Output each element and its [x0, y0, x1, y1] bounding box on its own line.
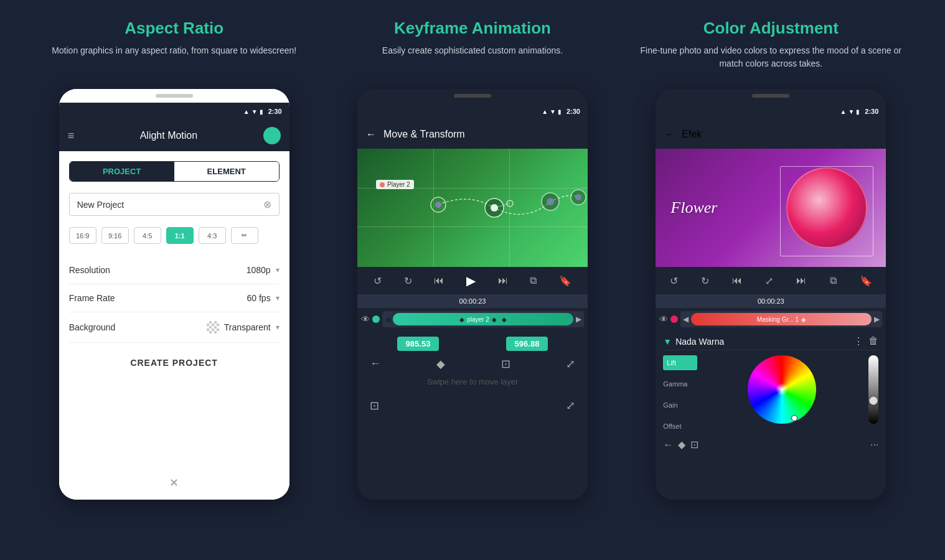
aspect-btn-custom[interactable]: ✏ [231, 227, 258, 244]
expand-icon[interactable]: ⤢ [566, 357, 575, 371]
wheel-handle[interactable] [791, 415, 797, 421]
brightness-slider[interactable] [868, 355, 878, 424]
background-value-group[interactable]: Transparent ▾ [207, 321, 280, 334]
create-project-button[interactable]: CREATE PROJECT [130, 358, 218, 368]
resize-icon-color[interactable]: ⊡ [690, 439, 698, 450]
transport-bar-2: ↺ ↻ ⏮ ▶ ⏭ ⧉ 🔖 [357, 267, 588, 294]
back-icon-3[interactable]: ← [664, 129, 674, 140]
status-icons-3: ▲ ▼ ▮ [840, 108, 860, 115]
track-area-3: 👁 ◀ Masking Gr... 1 ◆ ▶ [656, 308, 886, 330]
color-panel-actions: ⋮ 🗑 [853, 335, 878, 347]
more-icon-color[interactable]: ··· [870, 439, 878, 450]
section-desc-color: Fine-tune photo and video colors to expr… [628, 44, 914, 70]
track-pill-3[interactable]: Masking Gr... 1 ◆ [691, 313, 872, 325]
skip-end-icon-3[interactable]: ⏭ [796, 275, 806, 286]
aspect-btn-9-16[interactable]: 9:16 [101, 227, 129, 244]
copy-icon-2[interactable]: ⧉ [530, 275, 537, 286]
track-pill-2[interactable]: ◆ player 2 ◆ ◆ [393, 313, 573, 325]
offset-label[interactable]: Offset [663, 419, 697, 434]
tab-row-1: PROJECT ELEMENT [69, 161, 280, 182]
phone-screen-2: ▲ ▼ ▮ 2:30 ← Move & Transform [357, 103, 588, 500]
aspect-btn-4-3[interactable]: 4:3 [199, 227, 226, 244]
status-icons-1: ▲ ▼ ▮ [243, 108, 263, 115]
phone-frame-3: ▲ ▼ ▮ 2:30 ← Efek Flower ↺ ↻ ⏮ [656, 89, 886, 500]
tab-project[interactable]: PROJECT [70, 162, 174, 181]
slider-handle[interactable] [869, 396, 878, 405]
clear-button[interactable]: ⊗ [263, 198, 271, 210]
svg-point-1 [435, 202, 441, 208]
section-title-color: Color Adjustment [703, 19, 839, 38]
panel-expand-icon[interactable]: ▼ [663, 337, 672, 347]
avatar-1[interactable] [263, 127, 281, 144]
gain-label[interactable]: Gain [663, 398, 697, 413]
redo-icon-3[interactable]: ↻ [701, 275, 709, 287]
resolution-row: Resolution 1080p ▾ [69, 256, 280, 284]
transform-coords: 985.53 596.88 [364, 337, 581, 351]
gamma-label[interactable]: Gamma [663, 376, 697, 391]
resolution-value-group[interactable]: 1080p ▾ [247, 265, 280, 275]
signal-icon: ▲ [243, 108, 250, 115]
redo-icon-2[interactable]: ↻ [404, 275, 412, 287]
phone-notch-2 [357, 89, 588, 103]
expand-icon-3[interactable]: ⤢ [765, 275, 773, 287]
eye-icon-2[interactable]: 👁 [361, 314, 370, 324]
header-col-keyframe: Keyframe Animation Easily create sophist… [329, 19, 616, 70]
timeline-ruler-3: 00:00:23 [656, 294, 886, 308]
menu-icon[interactable]: ≡ [68, 129, 75, 142]
crop-bottom-icon[interactable]: ⊡ [370, 399, 379, 413]
track-arrow-right-3[interactable]: ▶ [874, 315, 880, 324]
section-desc-aspect-ratio: Motion graphics in any aspect ratio, fro… [52, 44, 296, 57]
track-dot-2 [372, 315, 380, 323]
aspect-btn-16-9[interactable]: 16:9 [69, 227, 96, 244]
selection-box [780, 166, 873, 256]
flower-area: Flower [656, 149, 886, 267]
skip-end-icon-2[interactable]: ⏭ [498, 275, 508, 286]
track-arrow-left-3[interactable]: ◀ [683, 315, 689, 324]
panel-more-icon[interactable]: ⋮ [853, 335, 863, 347]
tab-element[interactable]: ELEMENT [174, 162, 279, 181]
undo-icon-2[interactable]: ↺ [374, 275, 382, 287]
aspect-btn-1-1[interactable]: 1:1 [166, 227, 194, 244]
back-icon-2[interactable]: ← [366, 129, 376, 140]
track-area-2: 👁 ◀ ◆ player 2 ◆ ◆ ▶ [357, 308, 588, 330]
copy-icon-3[interactable]: ⧉ [830, 275, 837, 286]
close-button-1[interactable]: ✕ [169, 476, 179, 490]
frame-rate-value-group[interactable]: 60 fps ▾ [247, 293, 280, 303]
skip-start-icon-2[interactable]: ⏮ [434, 275, 444, 286]
aspect-ratio-row: 16:9 9:16 4:5 1:1 4:3 ✏ [69, 227, 280, 244]
diamond-icon-color[interactable]: ◆ [678, 439, 685, 450]
color-wheel[interactable] [748, 355, 816, 424]
undo-icon-3[interactable]: ↺ [670, 275, 678, 287]
status-bar-3: ▲ ▼ ▮ 2:30 [656, 103, 886, 120]
coord-y-value[interactable]: 596.88 [506, 337, 548, 351]
back-icon-transform[interactable]: ← [370, 357, 381, 371]
wifi-icon-2: ▼ [550, 108, 556, 115]
track-arrow-left[interactable]: ◀ [385, 315, 390, 324]
color-panel-title-group: ▼ Nada Warna [663, 337, 724, 347]
bookmark-icon-2[interactable]: 🔖 [559, 275, 571, 287]
skip-start-icon-3[interactable]: ⏮ [732, 275, 742, 286]
color-bottom-bar: ← ◆ ⊡ ··· [663, 434, 878, 450]
coord-x-value[interactable]: 985.53 [397, 337, 440, 351]
status-icons-2: ▲ ▼ ▮ [542, 108, 562, 115]
expand-bottom-icon[interactable]: ⤢ [566, 399, 575, 413]
transform-tools-top: ← ◆ ⊡ ⤢ [364, 357, 581, 371]
track-arrow-right[interactable]: ▶ [576, 315, 581, 324]
lift-label[interactable]: Lift [663, 355, 697, 370]
crop-icon[interactable]: ⊡ [501, 357, 510, 371]
bookmark-icon-3[interactable]: 🔖 [860, 275, 872, 287]
eye-icon-3[interactable]: 👁 [659, 314, 668, 324]
aspect-btn-4-5[interactable]: 4:5 [134, 227, 161, 244]
svg-point-9 [575, 194, 581, 200]
create-btn-row: CREATE PROJECT [69, 358, 280, 368]
project-name-input[interactable]: New Project [77, 200, 263, 210]
section-title-aspect-ratio: Aspect Ratio [125, 19, 223, 38]
diamond-tool-icon[interactable]: ◆ [436, 357, 445, 371]
play-button-2[interactable]: ▶ [466, 273, 476, 288]
panel-delete-icon[interactable]: 🗑 [868, 335, 878, 347]
status-bar-1: ▲ ▼ ▮ 2:30 [59, 103, 289, 120]
track-dot-3 [670, 315, 678, 323]
background-value: Transparent [224, 322, 271, 332]
back-icon-color[interactable]: ← [663, 439, 673, 450]
frame-rate-row: Frame Rate 60 fps ▾ [69, 284, 280, 312]
